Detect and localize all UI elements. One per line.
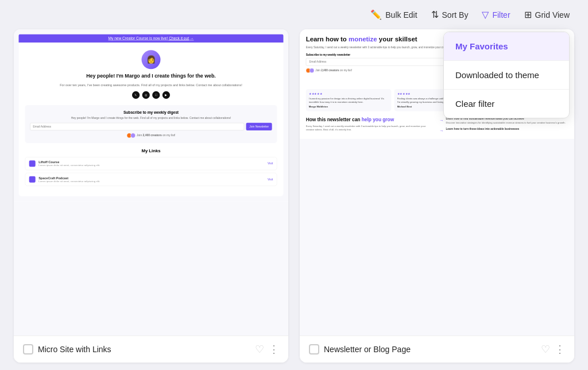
filter-item-my-favorites[interactable]: My Favorites	[444, 32, 569, 61]
grid-view-button[interactable]: ⊞ Grid View	[524, 9, 570, 20]
nl-testimonial-text-1: I turned my passion for design into a th…	[309, 97, 388, 104]
micro-site-checkbox[interactable]	[23, 344, 33, 354]
ms-link-item-2: SpaceCraft Podcast Lorem ipsum dolor sit…	[25, 173, 277, 186]
nl-testimonial-author-1: Margo Middleton	[309, 106, 388, 109]
sort-by-button[interactable]: ⇅ Sort By	[431, 9, 469, 20]
ms-link-desc-2: Lorem ipsum dolor sit amet, consectetur …	[38, 180, 268, 183]
main-content: My new Creator Course is now live! Check…	[0, 29, 588, 363]
ms-heading: Hey people! I'm Margo and I create thing…	[25, 73, 277, 79]
ms-link-visit-2[interactable]: Visit	[268, 178, 273, 181]
micro-site-card: My new Creator Course is now live! Check…	[14, 29, 288, 363]
nl-bottom-item-title-2: Learn how to turn those ideas into actio…	[446, 128, 520, 130]
filter-item-clear[interactable]: Clear filter	[444, 90, 569, 118]
nl-bottom-item-desc-1: Discover innovative strategies for ident…	[446, 121, 566, 125]
newsletter-checkbox[interactable]	[309, 344, 319, 354]
ms-link-visit-1[interactable]: Visit	[268, 162, 273, 165]
nl-creator-avatars	[306, 68, 315, 73]
ms-subscribe-desc: Hey people! I'm Margo and I create thing…	[30, 117, 272, 120]
nl-arrow-icon-1: →	[439, 118, 443, 122]
filter-item-downloaded[interactable]: Downloaded to theme	[444, 61, 569, 90]
nl-creator-avatar-2	[310, 68, 314, 73]
nl-creators-text: Join 2,400 creators on my list!	[315, 69, 352, 72]
ms-creators: Join 2,400 creators on my list!	[30, 133, 272, 138]
micro-site-more-icon[interactable]: ⋮	[269, 343, 279, 356]
ms-subscribe-box: Subscribe to my weekly digest Hey people…	[25, 105, 277, 143]
ms-banner-text: My new Creator Course is now live! Check…	[109, 36, 194, 41]
ms-links-section: My Links Liftoff Course Lorem ipsum dolo…	[25, 148, 277, 186]
youtube-icon: ▶	[163, 91, 170, 99]
filter-button[interactable]: ▽ Filter	[482, 9, 510, 20]
nl-bottom-item-2: → Learn how to turn those ideas into act…	[439, 128, 568, 133]
ms-links-title: My Links	[25, 148, 277, 153]
nl-heading-plain: Learn how to	[306, 35, 349, 43]
micro-site-footer: Micro Site with Links ♡ ⋮	[14, 336, 288, 363]
filter-label: Filter	[492, 10, 510, 20]
ms-link-desc-1: Lorem ipsum dolor sit amet, consectetur …	[38, 164, 268, 167]
grid-icon: ⊞	[524, 9, 532, 20]
ms-social-icons: 𝕏 ◎ □ ▶	[25, 91, 277, 99]
instagram-icon: ◎	[142, 91, 150, 99]
nl-stars-1: ★★★★★	[309, 92, 388, 95]
ms-link-text-1: Liftoff Course Lorem ipsum dolor sit ame…	[38, 160, 268, 167]
nl-testimonial-1: ★★★★★ I turned my passion for design int…	[306, 89, 392, 111]
micro-site-title: Micro Site with Links	[38, 345, 250, 354]
newsletter-heart-icon[interactable]: ♡	[541, 343, 550, 356]
ms-creators-text: Join 2,400 creators on my list!	[137, 134, 175, 137]
grid-view-label: Grid View	[535, 10, 570, 20]
ms-email-input[interactable]	[30, 123, 244, 130]
twitter-icon: 𝕏	[132, 91, 140, 99]
pencil-icon: ✏️	[370, 9, 382, 20]
newsletter-more-icon[interactable]: ⋮	[555, 343, 565, 356]
ms-creator-avatars	[126, 133, 135, 138]
toolbar: ✏️ Bulk Edit ⇅ Sort By ▽ Filter ⊞ Grid V…	[0, 0, 588, 29]
newsletter-title: Newsletter or Blog Page	[324, 345, 536, 354]
ms-subscribe-title: Subscribe to my weekly digest	[30, 110, 272, 115]
ms-link-icon-2	[29, 176, 36, 183]
ms-desc: For over ten years, I've been creating a…	[25, 83, 277, 87]
ms-link-icon-1	[29, 160, 36, 167]
ms-subscribe-button[interactable]: Join Newsletter	[246, 123, 272, 130]
ms-input-row: Join Newsletter	[30, 123, 272, 130]
newsletter-footer: Newsletter or Blog Page ♡ ⋮	[300, 336, 574, 363]
nl-heading-accent: monetize	[349, 35, 377, 43]
nl-bottom-item-text-2: Learn how to turn those ideas into actio…	[446, 128, 520, 132]
nl-bottom: How this newsletter can help you grow Ev…	[306, 117, 568, 133]
nl-bottom-heading-accent: help you grow	[362, 117, 394, 122]
ms-link-text-2: SpaceCraft Podcast Lorem ipsum dolor sit…	[38, 176, 268, 183]
nl-bottom-heading: How this newsletter can help you grow	[306, 117, 435, 122]
nl-bottom-right: → Learn how to find sustainable revenue …	[439, 117, 568, 133]
ms-creator-avatar-2	[130, 133, 136, 138]
micro-site-preview: My new Creator Course is now live! Check…	[14, 29, 288, 336]
sort-by-label: Sort By	[442, 10, 469, 20]
nl-heading-end: your skillset	[377, 35, 417, 43]
ms-avatar: 👩	[142, 50, 161, 69]
filter-item-my-favorites-label: My Favorites	[455, 41, 508, 51]
filter-item-clear-label: Clear filter	[455, 99, 494, 109]
bulk-edit-button[interactable]: ✏️ Bulk Edit	[370, 9, 417, 20]
filter-dropdown: My Favorites Downloaded to theme Clear f…	[443, 32, 570, 118]
micro-site-heart-icon[interactable]: ♡	[255, 343, 264, 356]
bulk-edit-label: Bulk Edit	[385, 10, 417, 20]
email-icon: □	[152, 91, 160, 99]
ms-link-item: Liftoff Course Lorem ipsum dolor sit ame…	[25, 157, 277, 170]
nl-arrow-icon-2: →	[439, 128, 443, 133]
ms-banner: My new Creator Course is now live! Check…	[19, 34, 284, 43]
nl-bottom-desc: Every Saturday, I send out a weekly news…	[306, 125, 435, 132]
filter-item-downloaded-label: Downloaded to theme	[455, 70, 539, 80]
nl-bottom-heading-plain: How this newsletter can	[306, 117, 362, 122]
nl-bottom-left: How this newsletter can help you grow Ev…	[306, 117, 435, 133]
sort-icon: ⇅	[431, 9, 439, 20]
filter-icon: ▽	[482, 9, 489, 20]
